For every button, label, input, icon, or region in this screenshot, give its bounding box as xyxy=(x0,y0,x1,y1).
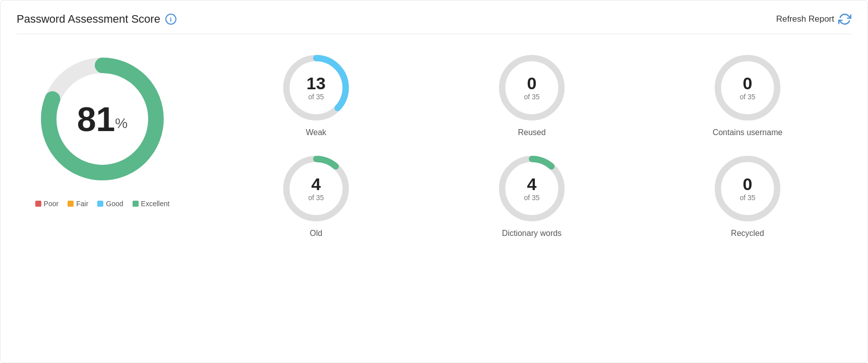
legend-item-poor: Poor xyxy=(35,200,59,208)
legend-dot-excellent xyxy=(133,201,139,207)
metric-num-weak: 13 xyxy=(306,74,326,93)
metric-denom-dictionary-words: of 35 xyxy=(524,194,539,202)
metric-num-recycled: 0 xyxy=(739,175,755,194)
metric-cell-recycled: 0 of 35 Recycled xyxy=(644,153,851,238)
main-score-chart: 81% PoorFairGoodExcellent xyxy=(17,48,188,208)
metric-denom-contains-username: of 35 xyxy=(739,93,755,101)
card-header: Password Assessment Score i Refresh Repo… xyxy=(17,13,851,34)
metric-num-old: 4 xyxy=(308,175,324,194)
donut-text-contains-username: 0 of 35 xyxy=(739,74,755,101)
main-pct-sign: % xyxy=(115,115,128,131)
password-assessment-card: Password Assessment Score i Refresh Repo… xyxy=(0,0,868,363)
metrics-grid: 13 of 35 Weak 0 of 35 Reused xyxy=(188,48,851,238)
legend-dot-fair xyxy=(68,201,74,207)
legend-dot-good xyxy=(97,201,103,207)
donut-text-recycled: 0 of 35 xyxy=(739,175,755,202)
donut-old: 4 of 35 xyxy=(281,153,351,224)
metric-cell-old: 4 of 35 Old xyxy=(212,153,420,238)
metric-denom-old: of 35 xyxy=(308,194,324,202)
donut-text-old: 4 of 35 xyxy=(308,175,324,202)
main-percent: 81 xyxy=(77,100,115,138)
metric-denom-recycled: of 35 xyxy=(739,194,755,202)
metric-label-weak: Weak xyxy=(306,128,327,137)
main-score-text: 81% xyxy=(77,102,128,136)
metric-cell-weak: 13 of 35 Weak xyxy=(212,52,420,137)
legend-label-poor: Poor xyxy=(44,200,59,208)
legend-item-good: Good xyxy=(97,200,123,208)
metric-cell-contains-username: 0 of 35 Contains username xyxy=(644,52,851,137)
refresh-label: Refresh Report xyxy=(776,14,834,24)
page-title: Password Assessment Score xyxy=(17,13,160,26)
info-icon[interactable]: i xyxy=(165,14,176,25)
donut-text-weak: 13 of 35 xyxy=(306,74,326,101)
metric-label-dictionary-words: Dictionary words xyxy=(502,229,562,238)
legend-label-excellent: Excellent xyxy=(141,200,170,208)
donut-recycled: 0 of 35 xyxy=(712,153,783,224)
legend: PoorFairGoodExcellent xyxy=(35,200,170,208)
metric-label-old: Old xyxy=(310,229,323,238)
donut-contains-username: 0 of 35 xyxy=(712,52,783,123)
main-content: 81% PoorFairGoodExcellent 13 of 35 W xyxy=(17,38,851,238)
donut-dictionary-words: 4 of 35 xyxy=(497,153,567,224)
metric-cell-dictionary-words: 4 of 35 Dictionary words xyxy=(428,153,636,238)
metric-label-reused: Reused xyxy=(518,128,545,137)
metric-denom-weak: of 35 xyxy=(306,93,326,101)
legend-item-excellent: Excellent xyxy=(133,200,170,208)
main-donut-chart: 81% xyxy=(32,48,173,190)
donut-text-reused: 0 of 35 xyxy=(524,74,539,101)
metric-denom-reused: of 35 xyxy=(524,93,539,101)
metric-label-contains-username: Contains username xyxy=(713,128,783,137)
metric-num-dictionary-words: 4 xyxy=(524,175,539,194)
metric-num-reused: 0 xyxy=(524,74,539,93)
legend-item-fair: Fair xyxy=(68,200,88,208)
metric-num-contains-username: 0 xyxy=(739,74,755,93)
donut-reused: 0 of 35 xyxy=(497,52,567,123)
metric-label-recycled: Recycled xyxy=(731,229,764,238)
legend-label-good: Good xyxy=(106,200,123,208)
legend-dot-poor xyxy=(35,201,41,207)
refresh-report-button[interactable]: Refresh Report xyxy=(776,13,851,26)
legend-label-fair: Fair xyxy=(76,200,88,208)
metric-cell-reused: 0 of 35 Reused xyxy=(428,52,636,137)
refresh-icon xyxy=(838,13,851,26)
header-left: Password Assessment Score i xyxy=(17,13,176,26)
donut-text-dictionary-words: 4 of 35 xyxy=(524,175,539,202)
donut-weak: 13 of 35 xyxy=(281,52,351,123)
